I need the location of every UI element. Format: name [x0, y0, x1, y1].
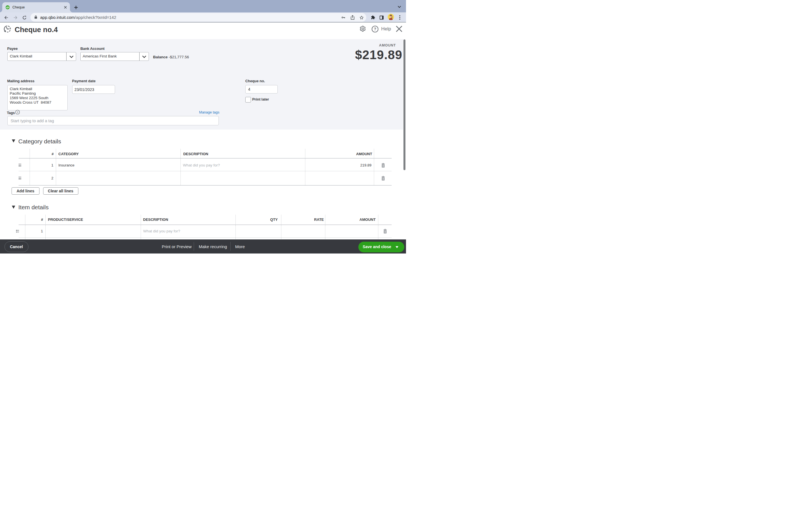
svg-text:?: ?: [17, 110, 18, 114]
svg-text:?: ?: [374, 27, 376, 31]
